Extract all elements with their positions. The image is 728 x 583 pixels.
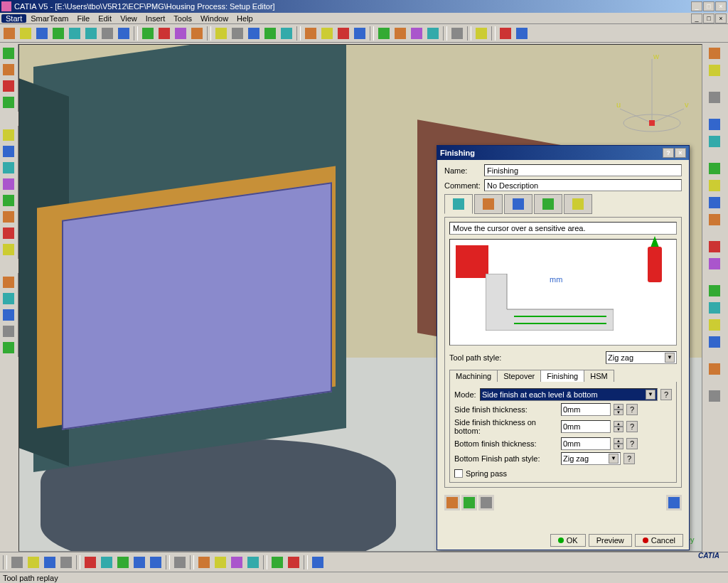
bt-open-icon[interactable] [26,555,41,570]
lt-output-icon[interactable] [1,291,16,306]
rt-i-icon[interactable] [704,317,725,333]
close-button[interactable]: × [715,1,727,11]
ok-button[interactable]: OK [550,534,586,547]
minimize-button[interactable]: _ [691,1,702,11]
menu-view[interactable]: View [116,14,141,23]
tb-point-icon[interactable] [319,26,335,41]
dialog-close-button[interactable]: × [675,148,686,158]
bottom-path-help[interactable]: ? [623,453,635,464]
tb-plane-icon[interactable] [352,26,368,41]
lt-stock-icon[interactable] [1,78,16,94]
side-bottom-help[interactable]: ? [626,421,638,432]
lt-thread-icon[interactable] [1,225,16,241]
tb-render-icon[interactable] [246,26,262,41]
menu-file[interactable]: File [73,14,94,23]
rt-plane-icon[interactable] [704,134,725,149]
tb-measure-icon[interactable] [514,26,530,41]
tb-axis-icon[interactable] [303,26,318,41]
bt-new-icon[interactable] [9,555,25,570]
sensitive-diagram[interactable]: mm [449,239,677,346]
part-l-shape-icon[interactable]: mm [486,274,614,331]
tab-feeds-icon[interactable] [534,194,562,214]
tab-strategy-icon[interactable] [444,194,473,214]
bt-save-icon[interactable] [42,555,58,570]
rt-l-icon[interactable] [704,388,725,404]
tb-material-icon[interactable] [262,26,278,41]
tb-pan-icon[interactable] [34,26,50,41]
rt-c-icon[interactable] [704,195,725,210]
tb-analysis-icon[interactable] [498,26,513,41]
menu-help[interactable]: Help [232,14,257,23]
bt-a-icon[interactable] [196,555,212,570]
tool-path-style-combo[interactable]: Zig zag ▼ [606,351,677,364]
bottom-thick-input[interactable]: 0mm [561,437,611,450]
lt-pocket-icon[interactable] [1,127,16,143]
bt-f-icon[interactable] [286,555,301,570]
chevron-down-icon[interactable]: ▼ [665,353,675,363]
comment-input[interactable] [484,179,682,191]
spin-up-icon[interactable]: ▲ [614,421,623,427]
output-tool-icon[interactable] [478,495,494,510]
tb-zoomout-icon[interactable] [83,26,99,41]
dialog-help-button[interactable]: ? [663,148,674,158]
tb-fitall-icon[interactable] [18,26,33,41]
spin-down-icon[interactable]: ▼ [614,410,623,415]
bt-c-icon[interactable] [229,555,245,570]
mdi-close-button[interactable]: × [715,14,727,23]
bt-d-icon[interactable] [245,555,261,570]
side-thick-input[interactable]: 0mm [561,403,611,416]
bt-cut-icon[interactable] [82,555,98,570]
bottom-path-combo[interactable]: Zig zag ▼ [561,452,621,465]
bt-b-icon[interactable] [213,555,228,570]
rt-k-icon[interactable] [704,361,725,377]
tb-shading-icon[interactable] [140,26,156,41]
spin-up-icon[interactable]: ▲ [614,438,623,444]
compass-gizmo[interactable]: w u v [609,52,695,137]
tb-multiview-icon[interactable] [116,26,132,41]
rt-j-icon[interactable] [704,334,725,350]
subtab-stepover[interactable]: Stepover [497,370,541,382]
bt-redo-icon[interactable] [148,555,164,570]
tb-swap-icon[interactable] [173,26,188,41]
menu-window[interactable]: Window [196,14,232,23]
tb-grid-icon[interactable] [449,26,465,41]
bt-paste-icon[interactable] [115,555,131,570]
side-thick-help[interactable]: ? [626,404,638,415]
bt-copy-icon[interactable] [99,555,114,570]
rt-a-icon[interactable] [704,161,725,176]
mode-combo[interactable]: Side finish at each level & bottom ▼ [480,388,658,401]
dialog-titlebar[interactable]: Finishing ? × [437,146,689,160]
lt-nc-icon[interactable] [1,307,16,323]
tb-texture-icon[interactable] [279,26,294,41]
rt-d-icon[interactable] [704,212,725,228]
rt-arrow-icon[interactable] [704,90,725,105]
bottom-thick-help[interactable]: ? [626,438,638,449]
rt-e-icon[interactable] [704,239,725,255]
tb-line-icon[interactable] [336,26,351,41]
rt-h-icon[interactable] [704,300,725,316]
side-bottom-input[interactable]: 0mm [561,420,611,433]
lt-facing-icon[interactable] [1,160,16,176]
lt-curve-icon[interactable] [1,193,16,208]
rt-geom-icon[interactable] [704,117,725,132]
lt-bore-icon[interactable] [1,242,16,257]
tb-normal-icon[interactable] [100,26,115,41]
menu-edit[interactable]: Edit [94,14,116,23]
bt-print-icon[interactable] [58,555,74,570]
mdi-minimize-button[interactable]: _ [691,14,702,23]
cancel-button[interactable]: Cancel [635,534,683,547]
bt-formula-icon[interactable] [172,555,188,570]
spin-down-icon[interactable]: ▼ [614,427,623,432]
tool-icon[interactable] [648,247,662,282]
bt-g-icon[interactable] [310,555,326,570]
mode-help-button[interactable]: ? [660,389,672,400]
tb-cube-icon[interactable] [230,26,245,41]
rt-select-icon[interactable] [704,63,725,78]
tb-props-icon[interactable] [189,26,205,41]
preview-button[interactable]: Preview [589,534,632,547]
tab-tool-icon[interactable] [504,194,532,214]
bt-e-icon[interactable] [269,555,285,570]
spin-up-icon[interactable]: ▲ [614,404,623,410]
tb-flyto-icon[interactable] [1,26,17,41]
menu-insert[interactable]: Insert [141,14,170,23]
